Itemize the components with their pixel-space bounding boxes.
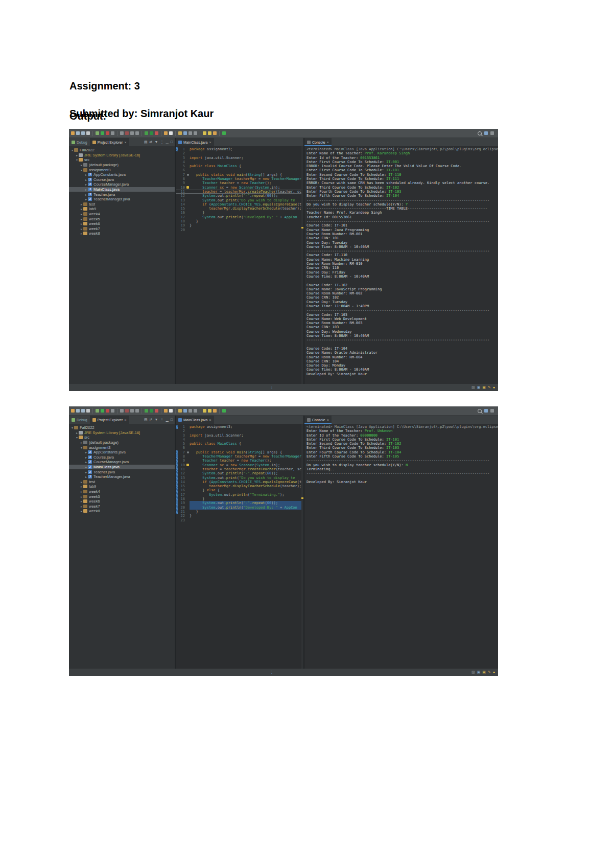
prev-annotation-icon[interactable] bbox=[194, 409, 197, 413]
chevron-down-icon[interactable]: ▾ bbox=[80, 446, 83, 449]
chevron-right-icon[interactable]: ▸ bbox=[80, 441, 83, 444]
tree-item[interactable]: ▸JMainClass.java bbox=[69, 465, 175, 470]
resume-icon[interactable] bbox=[120, 131, 124, 135]
run-external-icon[interactable] bbox=[150, 409, 153, 413]
code-line[interactable]: 5public class MainClass { bbox=[176, 442, 303, 446]
tree-item[interactable]: ▸week6 bbox=[69, 221, 175, 226]
tree-item[interactable]: ▸week7 bbox=[69, 504, 175, 509]
code-line[interactable]: 20 bbox=[176, 228, 303, 232]
tree-item[interactable]: ▾assignment3 bbox=[69, 445, 175, 450]
code-line[interactable]: 15 teacherMgr.displayTeacherSchedule(tea… bbox=[176, 484, 303, 488]
chevron-right-icon[interactable]: ▸ bbox=[84, 178, 88, 181]
chevron-down-icon[interactable]: ▾ bbox=[70, 148, 74, 152]
code-line[interactable]: 7 public static void main(String[] args)… bbox=[176, 173, 303, 177]
code-line[interactable]: 1package assignment3; bbox=[176, 147, 303, 151]
code-line[interactable]: 15 teacherMgr.displayTeacherSchedule(tea… bbox=[176, 207, 303, 211]
chevron-right-icon[interactable]: ▸ bbox=[80, 212, 83, 216]
close-icon[interactable]: × bbox=[124, 141, 126, 144]
tree-item[interactable]: ▸week5 bbox=[69, 216, 175, 221]
tree-item[interactable]: ▾src bbox=[69, 157, 175, 163]
perspective-debug-icon[interactable] bbox=[490, 131, 494, 135]
new-java-class-icon[interactable] bbox=[164, 131, 168, 135]
code-line[interactable]: 9 Teacher teacher = new Teacher(); bbox=[176, 181, 303, 185]
tree-item[interactable]: ▸(default package) bbox=[69, 163, 175, 168]
chevron-right-icon[interactable]: ▸ bbox=[80, 227, 83, 231]
tree-item[interactable]: ▸week8 bbox=[69, 231, 175, 236]
open-console-icon[interactable] bbox=[222, 409, 226, 413]
open-console-icon[interactable] bbox=[222, 131, 226, 135]
code-line[interactable]: 6 bbox=[176, 168, 303, 172]
chevron-down-icon[interactable]: ▾ bbox=[75, 158, 79, 162]
tree-item[interactable]: ▸JAppConstants.java bbox=[69, 172, 175, 177]
tree-item[interactable]: ▾src bbox=[69, 435, 175, 440]
tree-item[interactable]: ▸week5 bbox=[69, 494, 175, 499]
link-with-editor-icon[interactable]: ⇄ bbox=[150, 140, 153, 144]
skip-breakpoints-icon[interactable] bbox=[111, 409, 114, 413]
next-annotation-icon[interactable] bbox=[188, 131, 192, 135]
code-line[interactable]: 3import java.util.Scanner; bbox=[176, 433, 303, 438]
coverage-icon[interactable] bbox=[145, 409, 148, 413]
overview-ruler[interactable] bbox=[301, 146, 303, 384]
code-line[interactable]: 18 } bbox=[176, 219, 303, 223]
run-icon[interactable] bbox=[101, 409, 104, 413]
profile-icon[interactable] bbox=[155, 409, 158, 413]
close-icon[interactable]: × bbox=[327, 141, 329, 144]
collapse-all-icon[interactable]: ▤ bbox=[144, 140, 148, 144]
back-icon[interactable] bbox=[203, 131, 206, 135]
edit-icon[interactable]: ✎ bbox=[488, 385, 491, 390]
tab-debug[interactable]: Debug bbox=[69, 416, 90, 424]
chevron-right-icon[interactable]: ▸ bbox=[80, 505, 83, 508]
code-line[interactable]: 13 System.out.print("Do you wish to disp… bbox=[176, 476, 303, 480]
code-line[interactable]: 2 bbox=[176, 151, 303, 155]
filter-icon[interactable]: ▼ bbox=[154, 140, 158, 144]
save-icon[interactable] bbox=[76, 409, 80, 413]
position-icon[interactable]: ▣ bbox=[482, 670, 486, 674]
writable-icon[interactable]: ▨ bbox=[471, 670, 475, 674]
tree-item[interactable]: ▸week4 bbox=[69, 489, 175, 494]
code-line[interactable]: 13 System.out.print("Do you wish to disp… bbox=[176, 198, 303, 202]
chevron-right-icon[interactable]: ▸ bbox=[84, 455, 88, 459]
chevron-right-icon[interactable]: ▸ bbox=[80, 485, 83, 488]
save-icon[interactable] bbox=[76, 131, 80, 135]
tab-project-explorer[interactable]: Project Explorer× bbox=[90, 138, 129, 146]
chevron-right-icon[interactable]: ▸ bbox=[80, 499, 83, 503]
code-line[interactable]: 11 teacher = teacherMgr.createTeacher(te… bbox=[176, 190, 303, 194]
code-line[interactable]: 8 TeacherManager teacherMgr = new Teache… bbox=[176, 177, 303, 181]
tree-item[interactable]: ▸JCourse.java bbox=[69, 455, 175, 460]
code-line[interactable]: 23 bbox=[176, 518, 303, 522]
chevron-right-icon[interactable]: ▸ bbox=[80, 495, 83, 498]
last-edit-icon[interactable] bbox=[213, 409, 217, 413]
code-line[interactable]: 1package assignment3; bbox=[176, 425, 303, 429]
save-all-icon[interactable] bbox=[81, 131, 85, 135]
tree-item[interactable]: ▸week4 bbox=[69, 212, 175, 217]
new-wizard-icon[interactable] bbox=[71, 409, 75, 413]
chevron-right-icon[interactable]: ▸ bbox=[80, 207, 83, 211]
chevron-right-icon[interactable]: ▸ bbox=[84, 470, 88, 474]
save-all-icon[interactable] bbox=[81, 409, 85, 413]
tree-item[interactable]: ▸test bbox=[69, 202, 175, 207]
code-line[interactable]: 14 if (AppConstants.CHOICE_YES.equalsIgn… bbox=[176, 202, 303, 207]
tree-item[interactable]: ▸(default package) bbox=[69, 440, 175, 445]
code-line[interactable]: 14 if (AppConstants.CHOICE_YES.equalsIgn… bbox=[176, 480, 303, 484]
code-line[interactable]: 12 System.out.println("-".repeat(60)); bbox=[176, 471, 303, 475]
chevron-right-icon[interactable]: ▸ bbox=[84, 193, 88, 196]
code-line[interactable]: 10 Scanner sc = new Scanner(System.in); bbox=[176, 186, 303, 190]
tree-item[interactable]: ▾assignment3 bbox=[69, 167, 175, 172]
code-line[interactable]: 19} bbox=[176, 223, 303, 227]
tab-mainclass-java[interactable]: MainClass.java× bbox=[176, 416, 214, 424]
code-line[interactable]: 18 } bbox=[176, 497, 303, 501]
code-line[interactable]: 2 bbox=[176, 429, 303, 433]
chevron-down-icon[interactable]: ▾ bbox=[70, 426, 74, 429]
code-line[interactable]: 17 System.out.println("Terminating."); bbox=[176, 493, 303, 497]
tree-item[interactable]: ▾Fall2022 bbox=[69, 148, 175, 153]
debug-icon[interactable] bbox=[96, 409, 99, 413]
tab-console[interactable]: Console× bbox=[304, 138, 332, 146]
edit-icon[interactable]: ✎ bbox=[488, 670, 491, 674]
print-icon[interactable] bbox=[86, 131, 90, 135]
tree-item[interactable]: ▸JCourseManager.java bbox=[69, 182, 175, 187]
stop-icon[interactable] bbox=[106, 409, 109, 413]
chevron-down-icon[interactable]: ▾ bbox=[80, 168, 83, 172]
code-line[interactable]: 7 public static void main(String[] args)… bbox=[176, 450, 303, 454]
chevron-down-icon[interactable]: ▾ bbox=[75, 436, 79, 439]
minimize-icon[interactable]: ▁ bbox=[166, 140, 168, 144]
